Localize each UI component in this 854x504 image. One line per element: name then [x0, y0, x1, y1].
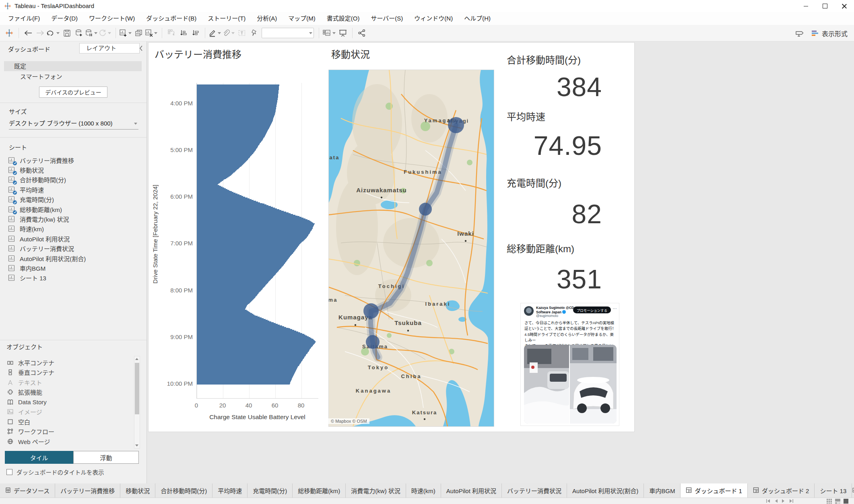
sheet-list-item[interactable]: AutoPilot 利用状況 [5, 234, 142, 243]
object-item-horizontal-container[interactable]: 水平コンテナ [5, 358, 130, 368]
guide-signpost-icon[interactable] [794, 27, 806, 40]
object-item-vertical-container[interactable]: 垂直コンテナ [5, 368, 130, 378]
sheet-list-item[interactable]: 総移動距離(km) [5, 204, 142, 214]
menu-item[interactable]: ファイル(F) [2, 12, 45, 25]
sheet-list-item[interactable]: 車内BGM [5, 263, 142, 273]
new-data-source-button[interactable] [73, 27, 85, 39]
redo-button[interactable] [34, 27, 46, 39]
sheet-list-item[interactable]: 時速(km) [5, 224, 142, 234]
tableau-home-button[interactable] [3, 27, 15, 39]
menu-item[interactable]: ストーリー(T) [202, 12, 251, 25]
bottom-tab-sheet[interactable]: AutoPilot 利用状況(割合) [567, 483, 644, 498]
maximize-button[interactable] [815, 0, 835, 12]
menu-item[interactable]: ウィンドウ(N) [408, 12, 458, 25]
duplicate-button[interactable] [133, 27, 145, 39]
menu-item[interactable]: ダッシュボード(B) [140, 12, 202, 25]
sheet-list-item[interactable]: 充電時間(分) [5, 195, 142, 204]
sort-ascending-button[interactable] [177, 27, 190, 39]
sheet-list-item[interactable]: 合計移動時間(分) [5, 175, 142, 185]
bottom-tab-sheet[interactable]: バッテリー消費推移 [55, 483, 120, 498]
bottom-tab-sheet[interactable]: 車内BGM [644, 483, 681, 498]
bottom-tab-datasource[interactable]: データソース [0, 483, 55, 498]
sheet-list-item[interactable]: バッテリー消費推移 [5, 155, 142, 165]
show-hide-cards-button[interactable] [322, 27, 337, 39]
route-stop-mark[interactable] [363, 303, 379, 319]
first-sheet-button[interactable] [766, 499, 771, 503]
highlight-button[interactable] [208, 27, 222, 39]
tweet-promote-button[interactable]: プロモーションする [573, 307, 611, 313]
tab-dashboard[interactable]: ダッシュボード [8, 45, 50, 53]
replay-button[interactable] [46, 27, 61, 39]
bottom-tab-sheet[interactable]: 消費電力(kw) 状況 [346, 483, 406, 498]
battery-bar-mark[interactable] [197, 384, 290, 385]
scrollbar-thumb[interactable] [135, 363, 139, 414]
menu-item[interactable]: データ(D) [45, 12, 83, 25]
bottom-tab-sheet[interactable]: 充電時間(分) [248, 483, 293, 498]
sheet-list-item[interactable]: シート 13 [5, 273, 142, 283]
tiled-button[interactable]: タイル [5, 451, 73, 464]
menu-item[interactable]: 書式設定(O) [321, 12, 365, 25]
menu-item[interactable]: ヘルプ(H) [458, 12, 496, 25]
size-dropdown[interactable]: デスクトップ ブラウザー (1000 x 800) [9, 119, 138, 130]
menu-item[interactable]: サーバー(S) [365, 12, 408, 25]
minimize-button[interactable] [796, 0, 815, 12]
floating-button[interactable]: 浮動 [73, 451, 139, 464]
show-me-button[interactable]: 表示形式 [811, 29, 848, 38]
device-layout-phone[interactable]: スマートフォン [4, 72, 142, 82]
fullscreen-view-icon[interactable] [844, 499, 848, 504]
route-stop-mark[interactable] [448, 117, 464, 133]
bottom-tab-sheet[interactable]: バッテリー消費状況 [502, 483, 567, 498]
menu-item[interactable]: マップ(M) [283, 12, 321, 25]
object-item-web-page[interactable]: Web ページ [5, 436, 130, 446]
show-mark-labels-button[interactable] [236, 27, 248, 39]
sheet-list-item[interactable]: AutoPilot 利用状況(割合) [5, 253, 142, 263]
collapse-pane-icon[interactable] [138, 45, 144, 51]
bottom-tab-dashboard[interactable]: ダッシュボード 2 [748, 483, 815, 498]
presentation-mode-button[interactable] [337, 27, 349, 39]
close-button[interactable] [835, 0, 854, 12]
sheet-list-item[interactable]: 平均時速 [5, 185, 142, 194]
undo-button[interactable] [22, 27, 34, 39]
tweet-more-icon[interactable]: … [613, 305, 617, 310]
bottom-tab-sheet[interactable]: シート 13 [815, 483, 852, 498]
bottom-tab-sheet[interactable]: 移動状況 [120, 483, 155, 498]
filmstrip-view-icon[interactable] [835, 499, 840, 504]
tab-layout[interactable]: レイアウト [79, 43, 140, 53]
battery-chart-plot[interactable] [196, 83, 318, 399]
sheet-list-item[interactable]: 移動状況 [5, 165, 142, 175]
bottom-tab-dashboard[interactable]: ダッシュボード 1 [681, 483, 748, 498]
clear-sheet-button[interactable] [145, 27, 159, 39]
bottom-tab-sheet[interactable]: 平均時速 [212, 483, 248, 498]
fit-selector[interactable] [262, 28, 314, 38]
metric-avg-speed-value[interactable]: 74.95 [507, 130, 602, 161]
object-item-workflow[interactable]: ワークフロー [5, 427, 130, 437]
object-item-blank[interactable]: 空白 [5, 417, 130, 427]
tweet-card[interactable]: Kazuya Sugimoto @CData Software Japan @s… [520, 303, 619, 426]
previous-sheet-button[interactable] [774, 499, 778, 503]
bottom-tab-sheet[interactable]: 総移動距離(km) [293, 483, 346, 498]
device-preview-button[interactable]: デバイスのプレビュー [39, 86, 107, 98]
sort-descending-button[interactable] [190, 27, 202, 39]
swap-axes-button[interactable] [165, 27, 177, 39]
object-list-scrollbar[interactable] [134, 356, 140, 448]
pause-updates-button[interactable] [85, 27, 99, 39]
metric-distance-value[interactable]: 351 [507, 264, 602, 294]
device-layout-default[interactable]: 既定 [4, 61, 142, 71]
bottom-tab-sheet[interactable]: 合計移動時間(分) [155, 483, 212, 498]
sheet-list-item[interactable]: 消費電力(kw) 状況 [5, 214, 142, 224]
share-button[interactable] [356, 27, 368, 39]
bottom-tab-sheet[interactable]: AutoPilot 利用状況 [441, 483, 502, 498]
bottom-tab-sheet[interactable]: 時速(km) [406, 483, 441, 498]
show-tabs-view-icon[interactable] [827, 499, 832, 504]
new-worksheet-tab-button[interactable] [852, 483, 854, 498]
refresh-button[interactable] [99, 27, 112, 39]
menu-item[interactable]: 分析(A) [251, 12, 283, 25]
sheet-list-item[interactable]: バッテリー消費状況 [5, 244, 142, 253]
show-dashboard-title-checkbox[interactable] [6, 469, 12, 475]
save-button[interactable] [61, 27, 73, 39]
route-stop-mark[interactable] [366, 335, 380, 349]
metric-total-time-value[interactable]: 384 [507, 72, 602, 102]
group-members-button[interactable] [222, 27, 236, 39]
trip-map[interactable]: YamagataMiyagiFukushimaAizuwakamatsuIwak… [328, 70, 494, 427]
last-sheet-button[interactable] [789, 499, 794, 503]
